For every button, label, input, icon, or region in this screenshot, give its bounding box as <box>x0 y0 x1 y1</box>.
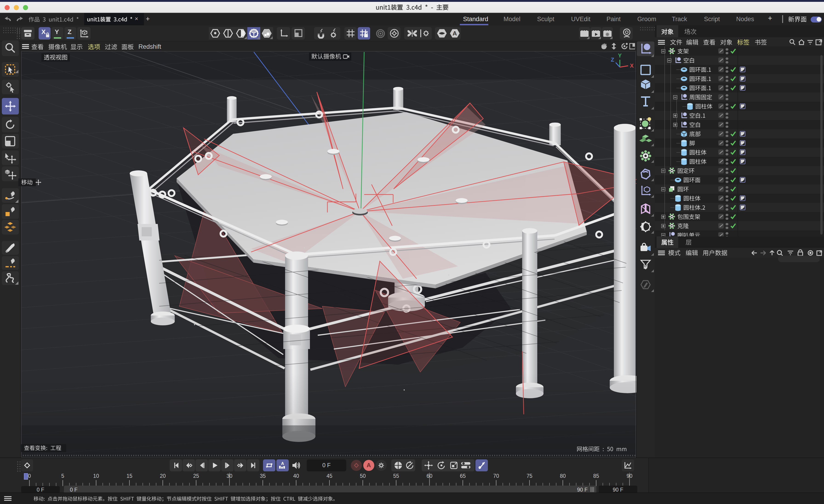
svg-text:40: 40 <box>293 473 299 479</box>
svg-text:50: 50 <box>360 473 366 479</box>
svg-text:5: 5 <box>62 473 64 479</box>
svg-text:65: 65 <box>460 473 466 479</box>
svg-text:Z: Z <box>611 57 614 63</box>
svg-text:80: 80 <box>560 473 566 479</box>
svg-text:A: A <box>453 30 457 37</box>
svg-text:25: 25 <box>193 473 199 479</box>
svg-text:85: 85 <box>593 473 599 479</box>
svg-text:35: 35 <box>260 473 266 479</box>
svg-text:55: 55 <box>393 473 399 479</box>
svg-text:Y: Y <box>618 53 622 59</box>
svg-text:75: 75 <box>526 473 532 479</box>
svg-text:0: 0 <box>28 473 31 479</box>
svg-text:20: 20 <box>160 473 166 479</box>
svg-text:15: 15 <box>126 473 132 479</box>
svg-text:70: 70 <box>493 473 499 479</box>
svg-text:10: 10 <box>93 473 99 479</box>
svg-text:A: A <box>281 461 284 466</box>
svg-text:45: 45 <box>326 473 332 479</box>
svg-text:X: X <box>630 63 634 69</box>
